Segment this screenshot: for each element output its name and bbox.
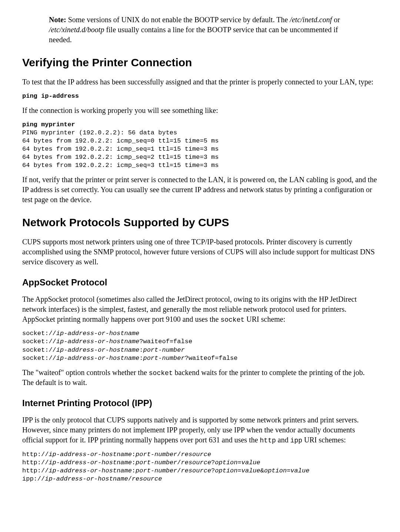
uri-amp: & xyxy=(260,467,264,474)
uri-resource: resource xyxy=(132,475,162,482)
ping-output-line: 64 bytes from 192.0.2.2: icmp_seq=3 ttl=… xyxy=(22,162,219,169)
ping-output-line: 64 bytes from 192.0.2.2: icmp_seq=0 ttl=… xyxy=(22,137,219,144)
note-paragraph: Note: Some versions of UNIX do not enabl… xyxy=(49,15,345,45)
ping-command-text: ping ip-address xyxy=(22,93,79,100)
uri-port: port-number xyxy=(136,451,177,458)
ping-output-line: PING myprinter (192.0.2.2): 56 data byte… xyxy=(22,129,177,136)
uri-host: ip-address-or-hostname xyxy=(49,467,131,474)
uri-slash: / xyxy=(128,475,132,482)
verify-intro: To test that the IP address has been suc… xyxy=(22,77,378,87)
uri-port: port-number xyxy=(143,355,184,362)
uri-prefix: socket:// xyxy=(22,347,56,354)
waiteof-code: socket xyxy=(149,369,173,377)
code-ping-output: ping myprinter PING myprinter (192.0.2.2… xyxy=(22,121,378,170)
uri-host: ip-address-or-hostname xyxy=(49,451,131,458)
uri-prefix: http:// xyxy=(22,451,49,458)
appsocket-text-1: The AppSocket protocol (sometimes also c… xyxy=(22,295,357,323)
verify-outro: If not, verify that the printer or print… xyxy=(22,175,378,205)
uri-qmark: ? xyxy=(211,459,215,466)
uri-resource: resource xyxy=(181,467,211,474)
ipp-para: IPP is the only protocol that CUPS suppo… xyxy=(22,415,378,445)
appsocket-waiteof-para: The "waiteof" option controls whether th… xyxy=(22,368,378,388)
uri-option: option=value xyxy=(215,459,260,466)
ping-output-line: 64 bytes from 192.0.2.2: icmp_seq=2 ttl=… xyxy=(22,154,219,161)
note-path-1: /etc/inetd.conf xyxy=(290,16,332,24)
uri-host: ip-address-or-hostname xyxy=(45,475,128,482)
uri-qmark: ? xyxy=(211,467,215,474)
uri-host: ip-address-or-hostname xyxy=(56,338,139,345)
waiteof-text-1: The "waiteof" option controls whether th… xyxy=(22,368,149,377)
uri-host: ip-address-or-hostname xyxy=(56,347,139,354)
heading-protocols: Network Protocols Supported by CUPS xyxy=(22,215,378,230)
appsocket-para: The AppSocket protocol (sometimes also c… xyxy=(22,294,378,324)
protocols-intro: CUPS supports most network printers usin… xyxy=(22,237,378,267)
uri-suffix: ?waiteof=false xyxy=(185,355,238,362)
uri-prefix: http:// xyxy=(22,467,49,474)
uri-prefix: socket:// xyxy=(22,338,56,345)
code-ping-cmd: ping ip-address xyxy=(22,92,378,100)
code-ipp-uris: http://ip-address-or-hostname:port-numbe… xyxy=(22,451,378,483)
uri-prefix: socket:// xyxy=(22,330,56,337)
uri-slash: / xyxy=(177,467,181,474)
uri-host: ip-address-or-hostname xyxy=(56,330,139,337)
ping-output-line: 64 bytes from 192.0.2.2: icmp_seq=1 ttl=… xyxy=(22,145,219,153)
uri-prefix: socket:// xyxy=(22,355,56,362)
uri-colon: : xyxy=(132,467,136,474)
appsocket-code-socket: socket xyxy=(220,316,244,324)
note-label: Note: xyxy=(49,16,66,24)
ping-myprinter-cmd: ping myprinter xyxy=(22,121,75,128)
uri-slash: / xyxy=(177,451,181,458)
note-text-between: or xyxy=(332,16,340,24)
heading-ipp: Internet Printing Protocol (IPP) xyxy=(22,397,378,409)
ipp-text-mid: and xyxy=(276,436,290,444)
uri-resource: resource xyxy=(181,459,211,466)
ipp-code-ipp: ipp xyxy=(290,437,302,444)
code-appsocket-uris: socket://ip-address-or-hostname socket:/… xyxy=(22,329,378,362)
uri-prefix: ipp:// xyxy=(22,475,45,482)
note-path-2: /etc/xinetd.d/bootp xyxy=(49,26,104,34)
ipp-code-http: http xyxy=(260,437,276,444)
uri-option: option=value xyxy=(215,467,260,474)
uri-colon: : xyxy=(139,347,143,354)
uri-prefix: http:// xyxy=(22,459,49,466)
uri-slash: / xyxy=(177,459,181,466)
heading-verify: Verifying the Printer Connection xyxy=(22,55,378,70)
uri-colon: : xyxy=(132,459,136,466)
ipp-text-2: URI schemes: xyxy=(302,436,346,444)
verify-working-intro: If the connection is working properly yo… xyxy=(22,106,378,116)
uri-resource: resource xyxy=(181,451,211,458)
uri-suffix: ?waiteof=false xyxy=(139,338,192,345)
uri-option: option=value xyxy=(264,467,309,474)
uri-port: port-number xyxy=(136,459,177,466)
uri-host: ip-address-or-hostname xyxy=(56,355,139,362)
uri-port: port-number xyxy=(143,347,184,354)
heading-appsocket: AppSocket Protocol xyxy=(22,277,378,288)
uri-colon: : xyxy=(132,451,136,458)
appsocket-text-2: URI scheme: xyxy=(244,315,285,323)
uri-colon: : xyxy=(139,355,143,362)
uri-host: ip-address-or-hostname xyxy=(49,459,131,466)
note-text-1: Some versions of UNIX do not enable the … xyxy=(66,16,290,24)
uri-port: port-number xyxy=(136,467,177,474)
